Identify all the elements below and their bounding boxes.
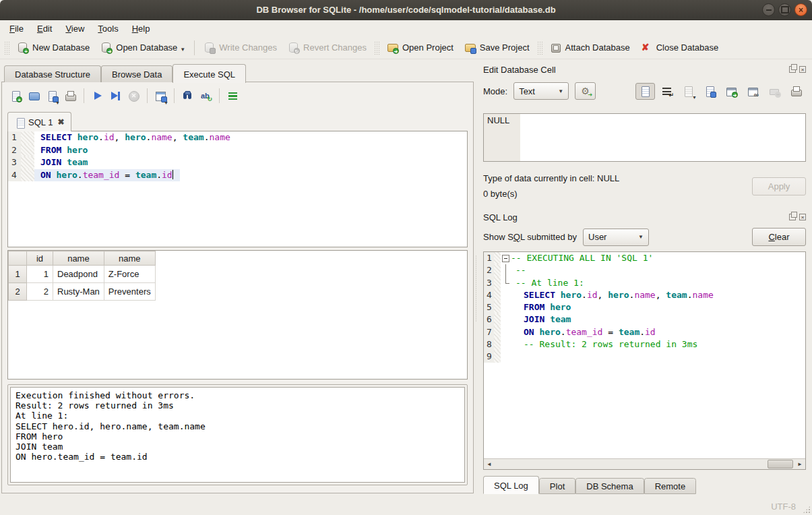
open-project-button[interactable]: ➜Open Project xyxy=(381,39,459,56)
row-header[interactable]: 2 xyxy=(9,283,27,301)
titlebar[interactable]: DB Browser for SQLite - /home/user/code/… xyxy=(0,0,812,20)
scrollbar-thumb[interactable] xyxy=(768,460,793,468)
tab-database-structure[interactable]: Database Structure xyxy=(4,65,101,82)
attach-database-button[interactable]: Attach Database xyxy=(544,39,635,56)
clear-log-button[interactable]: Clear xyxy=(752,228,806,246)
sql-log-view[interactable]: 1-- EXECUTING ALL IN 'SQL 1'2--3-- At li… xyxy=(483,251,806,470)
apply-button[interactable]: Apply xyxy=(752,177,806,195)
word-wrap-button[interactable] xyxy=(657,83,677,100)
minimize-button[interactable] xyxy=(762,3,775,16)
toolbar-grip[interactable] xyxy=(374,41,379,55)
sql-token xyxy=(61,145,67,155)
close-database-label: Close Database xyxy=(656,42,719,53)
find-replace-button[interactable] xyxy=(197,88,214,104)
toolbar-grip[interactable] xyxy=(537,41,542,55)
mode-select[interactable]: Text ▼ xyxy=(513,82,569,100)
chevron-down-icon[interactable]: ▼ xyxy=(692,95,697,100)
column-header[interactable]: id xyxy=(27,251,53,266)
log-horizontal-scrollbar[interactable]: ◀ ▶ xyxy=(484,458,805,469)
tab-browse-data[interactable]: Browse Data xyxy=(101,65,173,82)
menu-file[interactable]: File xyxy=(3,22,30,36)
auto-switch-mode-button[interactable] xyxy=(575,82,596,100)
code-line: FROM hero xyxy=(34,144,94,157)
bottom-dock-tabs: SQL LogPlotDB SchemaRemote xyxy=(483,476,806,494)
execute-all-button[interactable] xyxy=(89,88,106,104)
copy-link-button[interactable] xyxy=(743,83,763,100)
format-sql-button[interactable] xyxy=(224,88,241,104)
print-sql-button[interactable] xyxy=(62,88,79,104)
scroll-left-icon[interactable]: ◀ xyxy=(484,459,495,469)
column-header[interactable]: name xyxy=(104,251,155,266)
float-panel-icon[interactable] xyxy=(789,214,796,220)
scroll-right-icon[interactable]: ▶ xyxy=(794,459,805,469)
save-project-button[interactable]: Save Project xyxy=(459,39,535,56)
execution-message-text[interactable]: Execution finished without errors. Resul… xyxy=(10,387,465,483)
tab-sql-1[interactable]: SQL 1 ✖ xyxy=(7,112,71,131)
log-filter-select[interactable]: User ▼ xyxy=(583,229,649,246)
open-database-button[interactable]: ➜Open Database▼ xyxy=(95,39,191,56)
column-header[interactable]: name xyxy=(53,251,104,266)
stop-execution-button[interactable] xyxy=(125,88,142,104)
cell[interactable]: Preventers xyxy=(104,283,155,301)
export-cell-data-button[interactable] xyxy=(700,83,720,100)
chevron-down-icon[interactable]: ▼ xyxy=(164,100,168,105)
menu-view[interactable]: View xyxy=(59,22,91,36)
cell[interactable]: 1 xyxy=(27,266,53,283)
row-header[interactable]: 1 xyxy=(9,266,27,283)
tab-execute-sql[interactable]: Execute SQL xyxy=(173,64,246,83)
new-sql-tab-button[interactable]: + xyxy=(7,88,24,104)
dock-tab-sql-log[interactable]: SQL Log xyxy=(483,476,539,494)
save-results-button[interactable]: ▼ xyxy=(152,88,169,104)
icon-badge: + xyxy=(23,48,29,54)
close-button[interactable]: × xyxy=(794,3,807,16)
dock-tab-plot[interactable]: Plot xyxy=(539,478,575,494)
menu-edit[interactable]: Edit xyxy=(30,22,59,36)
fold-marker xyxy=(501,351,511,363)
cell[interactable]: Z-Force xyxy=(104,266,155,283)
sql-editor[interactable]: 1SELECT hero.id, hero.name, team.name2FR… xyxy=(7,131,468,247)
cell[interactable]: 2 xyxy=(27,283,53,301)
line-number: 1 xyxy=(8,131,21,144)
open-in-external-app-button[interactable]: ➜ xyxy=(722,83,741,100)
fold-marker-start[interactable] xyxy=(501,252,511,264)
corner-cell xyxy=(9,251,27,266)
open-file-icon xyxy=(28,90,40,102)
text-mode-view-button[interactable] xyxy=(635,83,655,100)
save-sql-file-button[interactable]: ▼ xyxy=(44,88,61,104)
execute-current-line-button[interactable] xyxy=(107,88,124,104)
log-code-line: -- At line 1: xyxy=(511,277,591,290)
scrollbar-track[interactable] xyxy=(495,459,794,469)
close-database-button[interactable]: Close Database xyxy=(635,39,724,56)
print-icon xyxy=(65,90,76,102)
print-cell-button[interactable] xyxy=(786,83,806,100)
new-database-button[interactable]: +New Database xyxy=(11,39,95,56)
maximize-button[interactable] xyxy=(778,3,791,16)
sql-log-dock-header: SQL Log × xyxy=(483,210,806,224)
close-panel-icon[interactable]: × xyxy=(799,66,806,73)
dock-tab-db-schema[interactable]: DB Schema xyxy=(575,478,644,494)
chevron-down-icon[interactable]: ▼ xyxy=(55,100,60,105)
database-new-icon: + xyxy=(17,42,28,53)
menu-tools[interactable]: Tools xyxy=(91,22,125,36)
toolbar-grip[interactable] xyxy=(4,41,9,55)
open-sql-file-button[interactable] xyxy=(26,88,42,104)
import-cell-data-button[interactable]: ▼ xyxy=(679,83,698,100)
set-null-button[interactable] xyxy=(765,83,784,100)
cell[interactable]: Deadpond xyxy=(53,266,104,283)
log-line: 2-- xyxy=(484,264,805,276)
chevron-down-icon[interactable]: ▼ xyxy=(180,47,185,53)
dock-tab-remote[interactable]: Remote xyxy=(644,478,697,494)
icon-badge: ↻ xyxy=(294,48,300,54)
editor-line: 3JOIN team xyxy=(8,156,467,169)
close-tab-icon[interactable]: ✖ xyxy=(57,118,64,126)
menu-help[interactable]: Help xyxy=(125,22,157,36)
sql-token: -- Result: 2 rows returned in 3ms xyxy=(524,339,697,349)
find-button[interactable] xyxy=(179,88,196,104)
write-changes-button[interactable]: Write Changes xyxy=(198,39,282,56)
cell[interactable]: Rusty-Man xyxy=(53,283,104,301)
float-panel-icon[interactable] xyxy=(789,66,796,73)
close-panel-icon[interactable]: × xyxy=(799,214,806,220)
revert-changes-button[interactable]: ↻Revert Changes xyxy=(282,39,372,56)
cell-type-info: Type of data currently in cell: NULL xyxy=(483,171,619,186)
cell-value-editor[interactable]: NULL xyxy=(483,113,806,162)
